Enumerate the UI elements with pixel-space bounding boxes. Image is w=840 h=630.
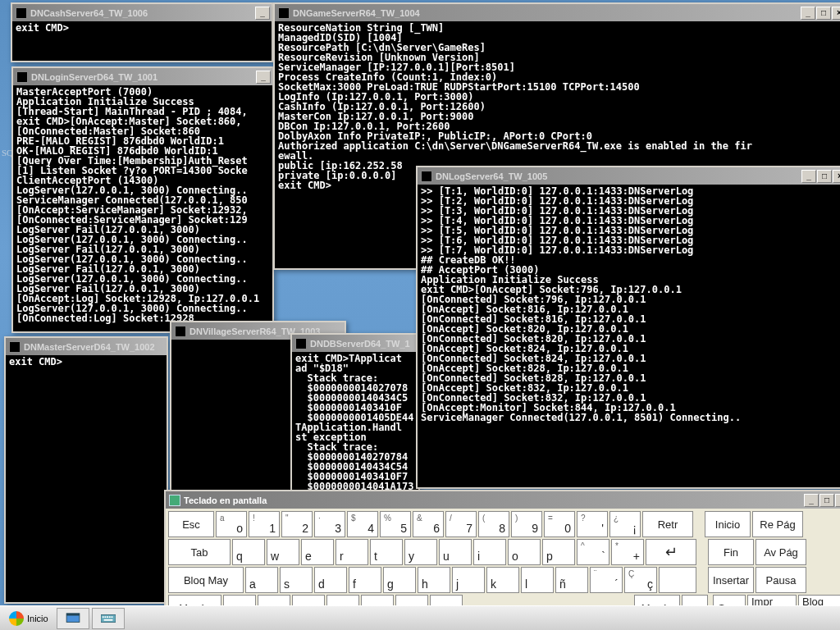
cmd-icon — [278, 7, 290, 19]
keyboard-icon — [101, 613, 116, 624]
key[interactable]: s — [280, 567, 313, 593]
title-log: DNLogServer64_TW_1005 — [436, 171, 801, 181]
key[interactable]: p — [542, 539, 575, 565]
key[interactable]: %5 — [380, 511, 411, 537]
key[interactable]: k — [486, 567, 519, 593]
minimize-button[interactable]: _ — [801, 170, 816, 183]
cmd-icon — [16, 7, 27, 19]
key[interactable]: l — [521, 567, 554, 593]
svg-rect-6 — [109, 616, 111, 618]
key[interactable]: o — [508, 539, 541, 565]
key[interactable]: d — [314, 567, 347, 593]
key[interactable]: Av Pág — [756, 539, 806, 565]
key[interactable]: =0 — [544, 511, 575, 537]
console-login[interactable]: MasterAcceptPort (7000) Application Init… — [13, 85, 272, 331]
key[interactable]: Insertar — [708, 567, 754, 593]
close-button[interactable]: × — [832, 7, 840, 20]
cmd-icon — [175, 326, 186, 337]
minimize-button[interactable]: _ — [801, 7, 815, 20]
key[interactable]: i — [473, 539, 506, 565]
titlebar-osk[interactable]: Teclado en pantalla _ □ × — [166, 491, 840, 509]
console-cash[interactable]: exit CMD> — [12, 21, 272, 61]
taskbar-osk-button[interactable] — [92, 608, 125, 629]
start-label: Inicio — [27, 614, 48, 623]
maximize-button[interactable]: □ — [817, 170, 832, 183]
key[interactable]: /7 — [445, 511, 477, 537]
titlebar-log[interactable]: DNLogServer64_TW_1005 _ □ × — [418, 167, 840, 185]
key[interactable]: ↵ — [646, 539, 696, 565]
close-button[interactable]: × — [833, 170, 840, 183]
key[interactable]: Fin — [708, 539, 754, 565]
svg-rect-1 — [66, 613, 80, 615]
key[interactable]: ¨´ — [590, 567, 623, 593]
cmd-icon — [16, 71, 28, 83]
key[interactable]: q — [232, 539, 265, 565]
key[interactable]: "2 — [281, 511, 313, 537]
taskbar[interactable]: Inicio — [0, 605, 840, 630]
svg-rect-8 — [103, 619, 112, 620]
cmd-icon — [295, 338, 307, 349]
key[interactable]: Re Pág — [752, 511, 803, 537]
key[interactable]: Çç — [624, 567, 657, 593]
key[interactable]: ao — [216, 511, 247, 537]
key[interactable]: ?' — [577, 511, 608, 537]
title-game: DNGameServerR64_TW_1004 — [293, 8, 801, 18]
key[interactable]: Pausa — [756, 567, 806, 593]
key[interactable]: &6 — [413, 511, 444, 537]
taskbar-show-desktop[interactable] — [57, 608, 89, 629]
cmd-icon — [421, 171, 432, 182]
title-cash: DNCashServer64_TW_1006 — [30, 8, 255, 18]
svg-rect-3 — [102, 616, 103, 618]
titlebar-login[interactable]: DNLoginServerD64_TW_1001 _ — [13, 68, 272, 85]
title-db: DNDBServerD64_TW_1 — [310, 339, 417, 349]
key[interactable]: ·3 — [314, 511, 345, 537]
titlebar-game[interactable]: DNGameServerR64_TW_1004 _ □ × — [275, 4, 840, 21]
svg-rect-5 — [107, 616, 108, 618]
console-log[interactable]: >> [T:1, WorldID:0] 127.0.0.1:1433:DNSer… — [418, 185, 840, 487]
window-cash[interactable]: DNCashServer64_TW_1006 _ exit CMD> — [11, 2, 273, 62]
maximize-button[interactable]: □ — [816, 7, 831, 20]
titlebar-cash[interactable]: DNCashServer64_TW_1006 _ — [12, 4, 272, 21]
key[interactable]: (8 — [478, 511, 509, 537]
key[interactable]: y — [404, 539, 437, 565]
minimize-button[interactable]: _ — [255, 7, 270, 20]
key[interactable]: t — [370, 539, 403, 565]
svg-rect-2 — [101, 614, 116, 622]
key[interactable]: h — [418, 567, 450, 593]
key[interactable]: r — [336, 539, 368, 565]
console-master[interactable]: exit CMD> — [6, 355, 167, 602]
key[interactable] — [659, 567, 696, 593]
titlebar-master[interactable]: DNMasterServerD64_TW_1002 — [6, 338, 167, 355]
key[interactable]: *+ — [611, 539, 644, 565]
minimize-button[interactable]: _ — [256, 71, 271, 84]
window-log[interactable]: DNLogServer64_TW_1005 _ □ × >> [T:1, Wor… — [416, 166, 840, 489]
key[interactable]: f — [349, 567, 381, 593]
key[interactable]: a — [245, 567, 278, 593]
key[interactable]: )9 — [511, 511, 542, 537]
titlebar-db[interactable]: DNDBServerD64_TW_1 — [292, 335, 418, 352]
close-button[interactable]: × — [835, 494, 840, 507]
key[interactable]: g — [383, 567, 416, 593]
key[interactable]: ¿¡ — [609, 511, 641, 537]
key[interactable]: e — [301, 539, 334, 565]
minimize-button[interactable]: _ — [804, 494, 819, 507]
key[interactable]: u — [439, 539, 472, 565]
key[interactable]: j — [452, 567, 485, 593]
key[interactable]: Tab — [168, 539, 231, 565]
window-master[interactable]: DNMasterServerD64_TW_1002 exit CMD> — [4, 336, 168, 604]
start-button[interactable]: Inicio — [3, 609, 54, 628]
key[interactable]: $4 — [347, 511, 378, 537]
key[interactable]: Esc — [168, 511, 214, 537]
key[interactable]: Retr — [642, 511, 693, 537]
key[interactable]: w — [267, 539, 299, 565]
window-login[interactable]: DNLoginServerD64_TW_1001 _ MasterAcceptP… — [11, 66, 274, 333]
maximize-button[interactable]: □ — [819, 494, 834, 507]
key[interactable]: Inicio — [705, 511, 751, 537]
key[interactable]: ^` — [577, 539, 609, 565]
desktop-icon — [66, 613, 80, 624]
key[interactable]: ñ — [555, 567, 588, 593]
title-osk: Teclado en pantalla — [184, 495, 804, 505]
key[interactable]: !1 — [249, 511, 280, 537]
svg-rect-4 — [104, 616, 106, 618]
key[interactable]: Bloq May — [168, 567, 244, 593]
